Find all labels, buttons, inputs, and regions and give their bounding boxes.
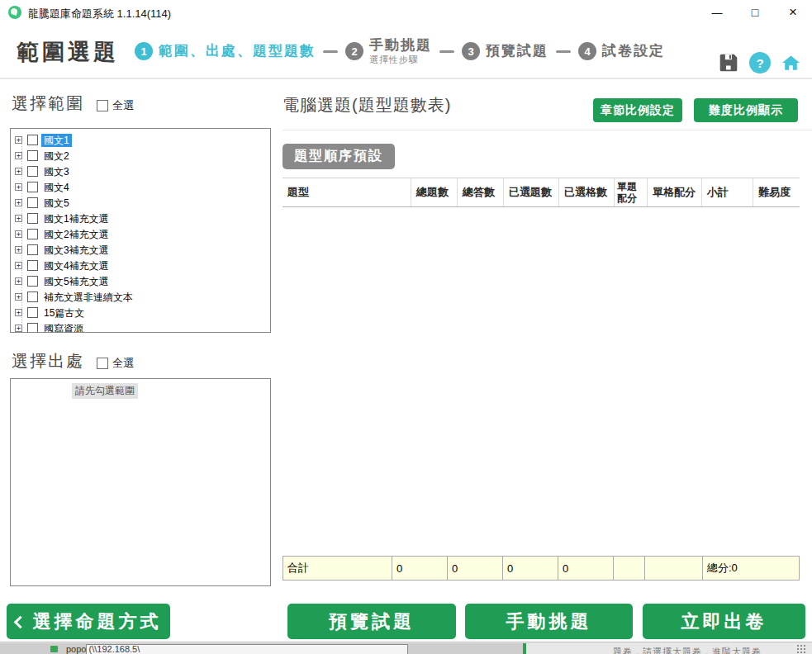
tree-item-label[interactable]: 國文1補充文選 xyxy=(41,212,112,225)
step-4-label: 試卷設定 xyxy=(602,43,665,59)
tree-item-checkbox[interactable] xyxy=(27,182,38,192)
preview-questions-button[interactable]: 預覽試題 xyxy=(287,604,456,639)
step-2-label-text: 手動挑題 xyxy=(369,37,432,53)
tree-item-label[interactable]: 國寫資源 xyxy=(41,322,86,334)
expand-plus-icon[interactable]: + xyxy=(15,309,22,316)
expand-plus-icon[interactable]: + xyxy=(15,215,22,222)
tree-item-label[interactable]: 國文5 xyxy=(41,197,72,210)
expand-plus-icon[interactable]: + xyxy=(15,277,22,285)
tree-item-checkbox[interactable] xyxy=(27,244,38,255)
tree-item-checkbox[interactable] xyxy=(27,229,38,239)
source-placeholder-text: 請先勾選範圍 xyxy=(72,383,138,399)
help-icon[interactable]: ? xyxy=(749,52,771,73)
step-4-exam-settings[interactable]: 4 試卷設定 xyxy=(578,42,665,60)
tree-item-checkbox[interactable] xyxy=(27,323,38,333)
tree-item[interactable]: + 國文4補充文選 xyxy=(11,258,270,273)
tree-item[interactable]: + 國文1 xyxy=(11,132,270,148)
app-logo-icon xyxy=(8,6,21,19)
tree-item-checkbox[interactable] xyxy=(27,307,38,318)
step-3-label: 預覽試題 xyxy=(486,43,548,59)
range-tree: + 國文1 + 國文2 + 國文3 + 國文4 + 國文5 + 國文1補充文選 … xyxy=(11,132,270,333)
step-2-sublabel: 選擇性步驟 xyxy=(369,54,432,65)
range-tree-panel: + 國文1 + 國文2 + 國文3 + 國文4 + 國文5 + 國文1補充文選 … xyxy=(10,128,271,333)
tree-item[interactable]: + 國文3補充文選 xyxy=(11,242,270,258)
totals-total-questions: 0 xyxy=(392,556,448,581)
range-select-all-checkbox[interactable] xyxy=(97,100,108,111)
tree-item-label[interactable]: 國文1 xyxy=(41,134,72,147)
col-total-questions: 總題數 xyxy=(411,178,458,206)
tree-item-label[interactable]: 補充文選非連續文本 xyxy=(41,291,135,304)
expand-plus-icon[interactable]: + xyxy=(15,199,22,206)
question-table-header: 題型 總題數 總答數 已選題數 已選格數 單題配分 單格配分 小計 難易度 xyxy=(283,178,800,207)
tree-item-label[interactable]: 國文2補充文選 xyxy=(41,228,112,241)
background-drive-label: popo (\\192.168.5\ xyxy=(66,644,140,654)
tree-item-checkbox[interactable] xyxy=(27,276,38,287)
step-1-range[interactable]: 1 範圍、出處、題型題數 xyxy=(135,42,316,60)
maximize-button[interactable]: □ xyxy=(736,0,774,25)
difficulty-ratio-button[interactable]: 難度比例顯示 xyxy=(694,98,798,122)
background-accent-line xyxy=(523,643,526,654)
expand-plus-icon[interactable]: + xyxy=(15,152,22,159)
totals-total-score: 總分:0 xyxy=(703,556,800,581)
back-to-method-button[interactable]: 選擇命題方式 xyxy=(7,604,170,639)
close-button[interactable]: × xyxy=(774,0,812,25)
tree-item[interactable]: + 補充文選非連續文本 xyxy=(11,289,270,305)
tree-item-label[interactable]: 15篇古文 xyxy=(41,306,87,320)
tree-item[interactable]: + 國文5補充文選 xyxy=(11,273,270,289)
header-toolbar: ? xyxy=(718,52,801,73)
question-table-totals-row: 合計 0 0 0 0 總分:0 xyxy=(283,556,800,581)
tree-item-checkbox[interactable] xyxy=(27,291,38,302)
expand-plus-icon[interactable]: + xyxy=(15,136,22,144)
source-select-all[interactable]: 全選 xyxy=(97,356,134,372)
expand-plus-icon[interactable]: + xyxy=(15,246,22,254)
back-button-label: 選擇命題方式 xyxy=(33,609,162,634)
generate-exam-button[interactable]: 立即出卷 xyxy=(643,604,805,639)
background-clipped-text: 題卷，請選擇大題卷，進階大題卷 xyxy=(613,646,762,654)
tree-item-label[interactable]: 國文5補充文選 xyxy=(41,275,112,288)
expand-plus-icon[interactable]: + xyxy=(15,183,22,191)
tree-item[interactable]: + 國寫資源 xyxy=(11,320,270,333)
tree-item[interactable]: + 國文4 xyxy=(11,179,270,195)
expand-plus-icon[interactable]: + xyxy=(15,325,22,332)
tree-item-checkbox[interactable] xyxy=(27,213,38,224)
tree-item-checkbox[interactable] xyxy=(27,260,38,271)
chapter-ratio-button[interactable]: 章節比例設定 xyxy=(593,98,682,122)
type-order-preset-button[interactable]: 題型順序預設 xyxy=(283,144,395,169)
tree-item[interactable]: + 國文5 xyxy=(11,195,270,211)
chevron-left-icon xyxy=(13,615,26,628)
manual-pick-button[interactable]: 手動挑題 xyxy=(465,604,633,639)
tree-item[interactable]: + 國文2 xyxy=(11,148,270,164)
step-1-number: 1 xyxy=(135,42,153,60)
expand-plus-icon[interactable]: + xyxy=(15,168,22,175)
tree-item-label[interactable]: 國文2 xyxy=(41,149,72,163)
step-2-manual-pick[interactable]: 2 手動挑題 選擇性步驟 xyxy=(345,37,432,64)
tree-item-label[interactable]: 國文4 xyxy=(41,181,72,194)
tree-item[interactable]: + 15篇古文 xyxy=(11,305,270,320)
tree-item[interactable]: + 國文2補充文選 xyxy=(11,226,270,242)
tree-item-label[interactable]: 國文4補充文選 xyxy=(41,259,112,272)
range-select-all[interactable]: 全選 xyxy=(97,98,134,115)
tree-item-label[interactable]: 國文3 xyxy=(41,165,72,178)
minimize-button[interactable]: — xyxy=(698,0,736,25)
expand-plus-icon[interactable]: + xyxy=(15,293,22,301)
tree-item-checkbox[interactable] xyxy=(27,135,38,145)
title-bar: 龍騰題庫命題系統 1.1.14(114) — □ × xyxy=(0,0,812,25)
home-icon[interactable] xyxy=(781,53,801,73)
tree-item-checkbox[interactable] xyxy=(27,166,38,177)
col-subtotal: 小計 xyxy=(702,178,753,206)
tree-item-label[interactable]: 國文3補充文選 xyxy=(41,244,112,257)
expand-plus-icon[interactable]: + xyxy=(15,262,22,269)
tree-item[interactable]: + 國文3 xyxy=(11,164,270,179)
source-select-all-checkbox[interactable] xyxy=(97,358,108,369)
step-connector xyxy=(439,50,454,53)
range-section-title: 選擇範圍 xyxy=(12,92,84,115)
tree-item-checkbox[interactable] xyxy=(27,150,38,161)
expand-plus-icon[interactable]: + xyxy=(15,230,22,238)
range-section-header: 選擇範圍 全選 xyxy=(12,92,134,115)
tree-item-checkbox[interactable] xyxy=(27,197,38,208)
save-icon[interactable] xyxy=(718,52,739,73)
step-3-preview[interactable]: 3 預覽試題 xyxy=(462,42,548,60)
totals-selected-cells: 0 xyxy=(558,556,614,581)
step-2-label: 手動挑題 選擇性步驟 xyxy=(369,37,432,64)
tree-item[interactable]: + 國文1補充文選 xyxy=(11,211,270,226)
